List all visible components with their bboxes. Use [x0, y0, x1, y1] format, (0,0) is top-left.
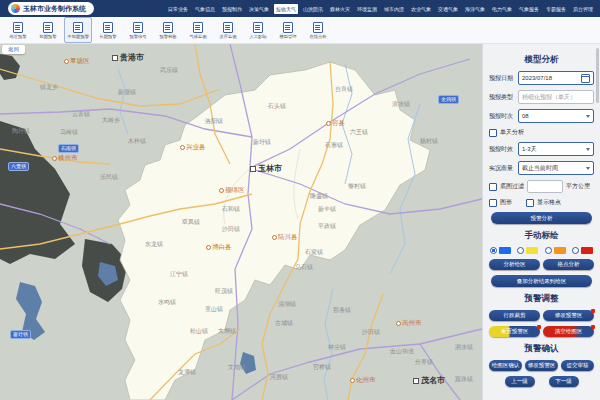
tab-6[interactable]: 气候监测	[184, 17, 212, 43]
modify-warning-area-button[interactable]: 修改预警区	[543, 310, 594, 321]
nav-item-0[interactable]: 日常业务	[166, 4, 190, 14]
rainfall-label: 实况雨量	[489, 164, 515, 173]
orange-swatch	[554, 247, 566, 254]
tab-label: 人工影响	[249, 34, 266, 39]
nav-item-13[interactable]: 气象服务	[517, 4, 541, 14]
logo-globe-icon	[11, 4, 20, 13]
document-icon	[253, 22, 263, 33]
forecast-date-label: 预报日期	[489, 74, 515, 83]
tab-10[interactable]: 在线分析	[304, 17, 332, 43]
graphic-label: 图形	[500, 198, 512, 207]
clear-draw-area-button[interactable]: 清空绘图区	[543, 326, 594, 337]
area-threshold-input[interactable]	[527, 180, 563, 193]
chevron-down-icon	[586, 148, 590, 151]
color-radio-red[interactable]	[572, 247, 579, 254]
chevron-down-icon	[586, 115, 590, 118]
app-title: 玉林市业务制作系统	[23, 4, 86, 14]
warning-adjust-title: 预警调整	[489, 293, 594, 305]
nav-item-15[interactable]: 后台管理	[571, 4, 595, 14]
nav-item-9[interactable]: 农业气象	[409, 4, 433, 14]
submit-review-button[interactable]: 提交审核	[561, 360, 594, 371]
forecast-date-value: 2023/07/18	[522, 75, 552, 81]
yellow-swatch	[526, 247, 538, 254]
forecast-validity-label: 预报时效	[489, 145, 515, 154]
map-back-button[interactable]: 返回	[2, 45, 25, 54]
nav-item-10[interactable]: 交通气象	[436, 4, 460, 14]
document-icon	[73, 22, 83, 33]
graphic-checkbox[interactable]	[489, 199, 497, 207]
panel-scrollbar[interactable]	[596, 48, 599, 103]
document-icon	[43, 22, 53, 33]
forecast-type-input[interactable]: 精细化预报（单天）	[518, 90, 594, 104]
analyze-region-button[interactable]: 分析绘区	[489, 259, 540, 270]
nav-item-11[interactable]: 海洋气象	[463, 4, 487, 14]
tab-0[interactable]: 临近预警	[4, 17, 32, 43]
forecast-type-value: 精细化预报（单天）	[522, 93, 576, 102]
app-window: 玉林市业务制作系统 日常业务气象信息预报制作决策气象短临天气山洪防汛森林火灾环境…	[0, 0, 600, 400]
tab-label: 预警信号	[129, 34, 146, 39]
forecast-time-label: 预报时次	[489, 112, 515, 121]
manual-plot-title: 手动标绘	[489, 230, 594, 242]
forecast-time-value: 08	[522, 113, 529, 119]
tab-label: 中短期预警	[67, 34, 88, 39]
tab-label: 水库监测	[219, 34, 236, 39]
document-icon	[193, 22, 203, 33]
nav-item-8[interactable]: 城市内涝	[382, 4, 406, 14]
basemap-filter-checkbox[interactable]	[489, 183, 497, 191]
warning-analysis-button[interactable]: 预警分析	[491, 212, 592, 224]
show-grid-checkbox[interactable]	[526, 199, 534, 207]
tab-8[interactable]: 人工影响	[244, 17, 272, 43]
nav-item-14[interactable]: 专题服务	[544, 4, 568, 14]
overlay-result-button[interactable]: 叠加分析结果到绘区	[491, 275, 592, 287]
nav-item-4[interactable]: 短临天气	[274, 4, 298, 14]
nav-item-12[interactable]: 电力气象	[490, 4, 514, 14]
modify-warning-area-confirm-button[interactable]: 修改预警区	[525, 360, 558, 371]
map-base	[0, 44, 482, 400]
draw-area-confirm-button[interactable]: 绘图区确认	[489, 360, 522, 371]
forecast-time-select[interactable]: 08	[518, 109, 594, 123]
color-radio-yellow[interactable]	[517, 247, 524, 254]
single-day-label: 单天分析	[500, 128, 524, 137]
reset-warning-area-button[interactable]: 重置预警区	[489, 326, 540, 337]
color-radio-orange[interactable]	[545, 247, 552, 254]
app-logo: 玉林市业务制作系统	[8, 2, 94, 15]
warning-confirm-title: 预警确认	[489, 343, 594, 355]
tab-5[interactable]: 预警检验	[154, 17, 182, 43]
tab-label: 模型管理	[279, 34, 296, 39]
tab-label: 短期预警	[39, 34, 56, 39]
tab-7[interactable]: 水库监测	[214, 17, 242, 43]
document-icon	[163, 22, 173, 33]
map-canvas[interactable]: 贵港市玉林市茂名市覃塘区横州市兴业县容县福绵区陆川县博白县高州市化州市武乐镇镇龙…	[0, 44, 482, 400]
tab-9[interactable]: 模型管理	[274, 17, 302, 43]
next-button[interactable]: 下一级	[549, 376, 579, 387]
previous-button[interactable]: 上一级	[505, 376, 535, 387]
tab-3[interactable]: 长期预警	[94, 17, 122, 43]
panel-title: 模型分析	[489, 54, 594, 66]
forecast-date-input[interactable]: 2023/07/18	[518, 71, 594, 85]
rainfall-select[interactable]: 截止当前时间	[518, 161, 594, 175]
show-grid-label: 显示格点	[537, 198, 561, 207]
tab-1[interactable]: 短期预警	[34, 17, 62, 43]
basemap-filter-label: 底图过滤	[500, 182, 524, 191]
nav-item-6[interactable]: 森林火灾	[328, 4, 352, 14]
blue-swatch	[499, 247, 511, 254]
tab-label: 气候监测	[189, 34, 206, 39]
nav-item-5[interactable]: 山洪防汛	[301, 4, 325, 14]
color-radio-blue[interactable]	[490, 247, 497, 254]
tab-4[interactable]: 预警信号	[124, 17, 152, 43]
nav-item-3[interactable]: 决策气象	[247, 4, 271, 14]
document-icon	[133, 22, 143, 33]
tab-label: 长期预警	[99, 34, 116, 39]
nav-item-1[interactable]: 气象信息	[193, 4, 217, 14]
admin-clip-button[interactable]: 行政裁剪	[489, 310, 540, 321]
nav-item-7[interactable]: 环境监测	[355, 4, 379, 14]
document-icon	[283, 22, 293, 33]
forecast-validity-select[interactable]: 1-3天	[518, 142, 594, 156]
tab-2[interactable]: 中短期预警	[64, 17, 92, 43]
top-nav: 日常业务气象信息预报制作决策气象短临天气山洪防汛森林火灾环境监测城市内涝农业气象…	[166, 4, 595, 14]
single-day-checkbox[interactable]	[489, 129, 497, 137]
grid-analysis-button[interactable]: 格点分析	[543, 259, 594, 270]
calendar-icon[interactable]	[581, 74, 590, 83]
nav-item-2[interactable]: 预报制作	[220, 4, 244, 14]
model-analysis-panel: 模型分析 预报日期 2023/07/18 预报类型 精细化预报（单天） 预报时次…	[482, 44, 600, 400]
